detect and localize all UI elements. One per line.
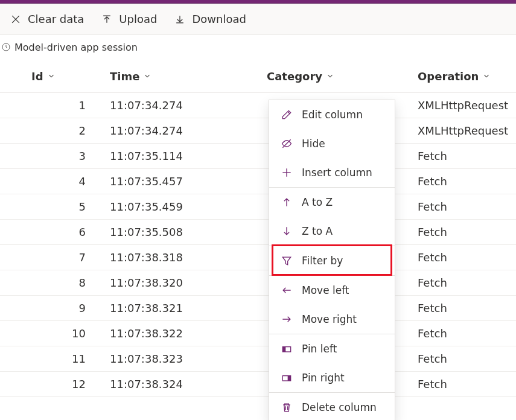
menu-item-label: Move left	[302, 284, 349, 296]
column-header-operation-label: Operation	[418, 70, 479, 83]
menu-item-label: Move right	[302, 313, 357, 325]
cell-id: 10	[24, 321, 103, 346]
cell-operation: Fetch	[410, 194, 516, 220]
upload-icon	[101, 13, 113, 25]
menu-item-label: Pin right	[302, 372, 345, 384]
download-icon	[174, 13, 186, 25]
download-label: Download	[192, 13, 246, 25]
table-row[interactable]: 211:07:34.274XMLHttpRequest	[0, 118, 516, 144]
arrow-right-icon	[280, 313, 293, 326]
cell-time: 11:07:38.320	[103, 270, 260, 296]
cell-time: 11:07:35.459	[103, 194, 260, 220]
table-row[interactable]: 711:07:38.318Fetch	[0, 245, 516, 270]
table-row[interactable]: 411:07:35.457Fetch	[0, 169, 516, 194]
column-header-id-label: Id	[31, 70, 43, 83]
menu-item-insert-column[interactable]: Insert column	[269, 158, 395, 187]
cell-operation: Fetch	[410, 346, 516, 372]
download-button[interactable]: Download	[174, 13, 246, 25]
chevron-down-icon	[143, 70, 151, 83]
menu-item-label: Edit column	[302, 109, 363, 121]
menu-item-move-left[interactable]: Move left	[269, 276, 395, 305]
chevron-down-icon	[47, 70, 56, 83]
arrow-up-icon	[280, 196, 293, 209]
cell-time: 11:07:34.274	[103, 93, 260, 118]
cell-time: 11:07:38.324	[103, 372, 260, 397]
menu-item-filter-by[interactable]: Filter by	[269, 246, 395, 275]
cell-id: 11	[24, 346, 103, 372]
table-row[interactable]: 511:07:35.459Fetch	[0, 194, 516, 220]
menu-item-label: Delete column	[302, 401, 377, 413]
cell-id: 3	[24, 144, 103, 169]
cell-id: 4	[24, 169, 103, 194]
clock-icon	[1, 42, 11, 52]
cell-time: 11:07:38.323	[103, 346, 260, 372]
svg-rect-4	[282, 347, 285, 352]
cell-time: 11:07:35.114	[103, 144, 260, 169]
cell-id: 12	[24, 372, 103, 397]
table-row[interactable]: 111:07:34.274XMLHttpRequest	[0, 93, 516, 118]
breadcrumb-bar: Model-driven app session	[0, 35, 516, 59]
pin-left-icon	[280, 342, 293, 355]
cell-time: 11:07:35.457	[103, 169, 260, 194]
clear-data-button[interactable]: Clear data	[10, 13, 84, 25]
cell-time: 11:07:38.321	[103, 296, 260, 321]
menu-item-pin-right[interactable]: Pin right	[269, 363, 395, 392]
table-row[interactable]: 1211:07:38.324Fetch	[0, 372, 516, 397]
column-header-operation[interactable]: Operation	[410, 60, 516, 93]
menu-item-hide[interactable]: Hide	[269, 129, 395, 158]
trash-icon	[280, 401, 293, 414]
arrow-down-icon	[280, 224, 293, 238]
menu-item-label: Filter by	[302, 255, 343, 267]
svg-rect-6	[288, 376, 291, 381]
cell-operation: Fetch	[410, 245, 516, 270]
column-header-time-label: Time	[110, 70, 139, 83]
column-header-category-label: Category	[267, 70, 322, 83]
upload-button[interactable]: Upload	[101, 13, 157, 25]
edit-icon	[280, 108, 293, 121]
chevron-down-icon	[326, 70, 334, 83]
cell-operation: Fetch	[410, 220, 516, 245]
cell-time: 11:07:34.274	[103, 118, 260, 144]
breadcrumb-label: Model-driven app session	[14, 42, 138, 53]
cell-id: 2	[24, 118, 103, 144]
menu-item-z-to-a[interactable]: Z to A	[269, 217, 395, 246]
table-row[interactable]: 611:07:35.508Fetch	[0, 220, 516, 245]
cell-operation: Fetch	[410, 144, 516, 169]
cell-time: 11:07:35.508	[103, 220, 260, 245]
cell-operation: Fetch	[410, 270, 516, 296]
plus-icon	[280, 166, 293, 179]
arrow-left-icon	[280, 284, 293, 297]
cell-id: 5	[24, 194, 103, 220]
cell-time: 11:07:38.322	[103, 321, 260, 346]
menu-item-move-right[interactable]: Move right	[269, 305, 395, 334]
table-row[interactable]: 1011:07:38.322Fetch	[0, 321, 516, 346]
menu-item-edit-column[interactable]: Edit column	[269, 100, 395, 129]
menu-item-label: A to Z	[302, 196, 333, 208]
menu-item-pin-left[interactable]: Pin left	[269, 334, 395, 363]
column-header-category[interactable]: Category	[260, 60, 410, 93]
column-header-id[interactable]: Id	[24, 60, 103, 93]
filter-icon	[280, 254, 293, 267]
menu-item-label: Pin left	[302, 343, 337, 355]
cell-operation: XMLHttpRequest	[410, 118, 516, 144]
table-row[interactable]: 1111:07:38.323Fetch	[0, 346, 516, 372]
cell-id: 6	[24, 220, 103, 245]
menu-item-delete-column[interactable]: Delete column	[269, 393, 395, 420]
cell-id: 9	[24, 296, 103, 321]
cell-operation: Fetch	[410, 321, 516, 346]
menu-item-label: Hide	[302, 138, 325, 150]
menu-item-label: Insert column	[302, 167, 372, 179]
cell-id: 1	[24, 93, 103, 118]
menu-item-a-to-z[interactable]: A to Z	[269, 188, 395, 217]
table-row[interactable]: 911:07:38.321Fetch	[0, 296, 516, 321]
pin-right-icon	[280, 371, 293, 384]
column-context-menu: Edit columnHideInsert columnA to ZZ to A…	[269, 100, 395, 420]
column-header-time[interactable]: Time	[103, 60, 260, 93]
upload-label: Upload	[119, 13, 157, 25]
close-icon	[10, 13, 22, 25]
cell-id: 8	[24, 270, 103, 296]
data-table: Id Time Category	[0, 60, 516, 420]
column-header-row: Id Time Category	[0, 60, 516, 93]
table-row[interactable]: 311:07:35.114Fetch	[0, 144, 516, 169]
table-row[interactable]: 811:07:38.320Fetch	[0, 270, 516, 296]
